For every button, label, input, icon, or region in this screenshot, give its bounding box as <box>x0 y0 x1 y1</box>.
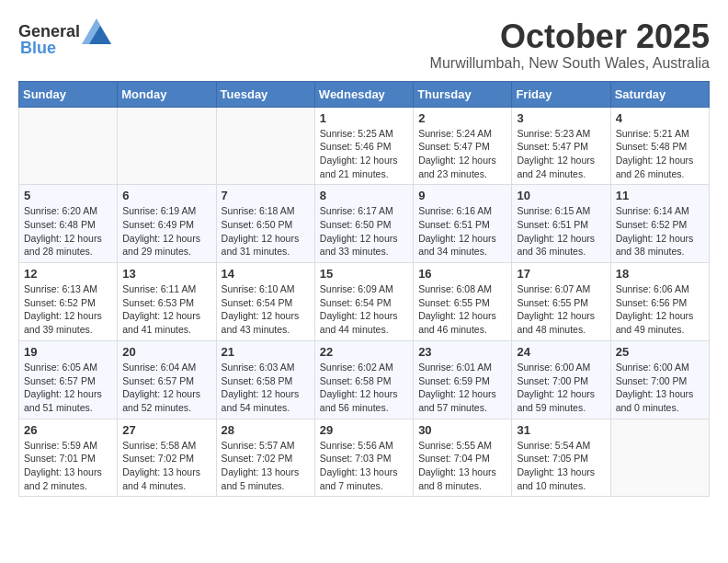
week-row-3: 12Sunrise: 6:13 AM Sunset: 6:52 PM Dayli… <box>19 263 710 341</box>
calendar-cell: 18Sunrise: 6:06 AM Sunset: 6:56 PM Dayli… <box>610 263 709 341</box>
day-info: Sunrise: 6:18 AM Sunset: 6:50 PM Dayligh… <box>222 204 310 259</box>
day-number: 9 <box>418 189 506 202</box>
day-number: 4 <box>616 111 704 125</box>
week-row-2: 5Sunrise: 6:20 AM Sunset: 6:48 PM Daylig… <box>19 185 710 263</box>
calendar-cell: 14Sunrise: 6:10 AM Sunset: 6:54 PM Dayli… <box>216 263 314 341</box>
calendar-cell: 19Sunrise: 6:05 AM Sunset: 6:57 PM Dayli… <box>19 340 118 419</box>
calendar-cell: 9Sunrise: 6:16 AM Sunset: 6:51 PM Daylig… <box>414 185 512 263</box>
calendar-cell: 8Sunrise: 6:17 AM Sunset: 6:50 PM Daylig… <box>314 185 413 263</box>
day-info: Sunrise: 5:55 AM Sunset: 7:04 PM Dayligh… <box>418 439 506 493</box>
day-number: 19 <box>24 345 112 359</box>
day-number: 25 <box>616 345 704 359</box>
day-number: 22 <box>320 345 408 359</box>
day-info: Sunrise: 6:14 AM Sunset: 6:52 PM Dayligh… <box>616 204 704 259</box>
calendar-cell: 26Sunrise: 5:59 AM Sunset: 7:01 PM Dayli… <box>19 419 118 497</box>
day-info: Sunrise: 6:03 AM Sunset: 6:58 PM Dayligh… <box>222 361 310 415</box>
calendar-cell <box>118 107 216 185</box>
calendar-cell: 27Sunrise: 5:58 AM Sunset: 7:02 PM Dayli… <box>118 419 216 497</box>
day-number: 5 <box>24 189 112 202</box>
day-number: 17 <box>517 267 605 281</box>
day-info: Sunrise: 6:16 AM Sunset: 6:51 PM Dayligh… <box>418 204 506 259</box>
day-info: Sunrise: 6:10 AM Sunset: 6:54 PM Dayligh… <box>222 282 310 337</box>
day-info: Sunrise: 6:04 AM Sunset: 6:57 PM Dayligh… <box>122 361 210 415</box>
month-title: October 2025 <box>430 18 710 55</box>
day-info: Sunrise: 6:11 AM Sunset: 6:53 PM Dayligh… <box>122 282 210 337</box>
day-number: 28 <box>222 423 310 437</box>
calendar-cell: 12Sunrise: 6:13 AM Sunset: 6:52 PM Dayli… <box>19 263 118 341</box>
day-number: 29 <box>320 423 408 437</box>
weekday-header-tuesday: Tuesday <box>216 81 314 107</box>
calendar-cell: 11Sunrise: 6:14 AM Sunset: 6:52 PM Dayli… <box>610 185 709 263</box>
calendar-cell: 24Sunrise: 6:00 AM Sunset: 7:00 PM Dayli… <box>512 340 610 419</box>
day-number: 24 <box>517 345 605 359</box>
calendar-cell <box>216 107 314 185</box>
day-info: Sunrise: 5:21 AM Sunset: 5:48 PM Dayligh… <box>616 127 704 181</box>
day-number: 18 <box>616 267 704 281</box>
calendar-cell: 2Sunrise: 5:24 AM Sunset: 5:47 PM Daylig… <box>414 107 512 185</box>
day-number: 26 <box>24 423 112 437</box>
weekday-header-friday: Friday <box>512 81 610 107</box>
day-number: 13 <box>122 267 210 281</box>
day-info: Sunrise: 6:02 AM Sunset: 6:58 PM Dayligh… <box>320 361 408 415</box>
day-info: Sunrise: 6:08 AM Sunset: 6:55 PM Dayligh… <box>418 282 506 337</box>
calendar-cell: 3Sunrise: 5:23 AM Sunset: 5:47 PM Daylig… <box>512 107 610 185</box>
day-number: 21 <box>222 345 310 359</box>
week-row-4: 19Sunrise: 6:05 AM Sunset: 6:57 PM Dayli… <box>19 340 710 419</box>
calendar-cell: 21Sunrise: 6:03 AM Sunset: 6:58 PM Dayli… <box>216 340 314 419</box>
calendar-cell: 7Sunrise: 6:18 AM Sunset: 6:50 PM Daylig… <box>216 185 314 263</box>
day-number: 16 <box>418 267 506 281</box>
location-title: Murwillumbah, New South Wales, Australia <box>430 55 710 72</box>
weekday-header-sunday: Sunday <box>19 81 118 107</box>
day-number: 11 <box>616 189 704 202</box>
day-number: 3 <box>517 111 605 125</box>
day-info: Sunrise: 6:06 AM Sunset: 6:56 PM Dayligh… <box>616 282 704 337</box>
weekday-header-saturday: Saturday <box>610 81 709 107</box>
day-info: Sunrise: 5:58 AM Sunset: 7:02 PM Dayligh… <box>122 439 210 493</box>
day-number: 1 <box>320 111 408 125</box>
day-number: 8 <box>320 189 408 202</box>
day-number: 27 <box>122 423 210 437</box>
calendar-cell: 25Sunrise: 6:00 AM Sunset: 7:00 PM Dayli… <box>610 340 709 419</box>
day-info: Sunrise: 6:19 AM Sunset: 6:49 PM Dayligh… <box>122 204 210 259</box>
day-info: Sunrise: 5:25 AM Sunset: 5:46 PM Dayligh… <box>320 127 408 181</box>
calendar-cell: 23Sunrise: 6:01 AM Sunset: 6:59 PM Dayli… <box>414 340 512 419</box>
day-number: 10 <box>517 189 605 202</box>
calendar-cell: 28Sunrise: 5:57 AM Sunset: 7:02 PM Dayli… <box>216 419 314 497</box>
week-row-1: 1Sunrise: 5:25 AM Sunset: 5:46 PM Daylig… <box>19 107 710 185</box>
calendar-cell <box>19 107 118 185</box>
day-number: 15 <box>320 267 408 281</box>
calendar-cell <box>610 419 709 497</box>
day-info: Sunrise: 6:13 AM Sunset: 6:52 PM Dayligh… <box>24 282 112 337</box>
week-row-5: 26Sunrise: 5:59 AM Sunset: 7:01 PM Dayli… <box>19 419 710 497</box>
calendar-cell: 10Sunrise: 6:15 AM Sunset: 6:51 PM Dayli… <box>512 185 610 263</box>
weekday-header-wednesday: Wednesday <box>314 81 413 107</box>
weekday-header-monday: Monday <box>118 81 216 107</box>
title-section: October 2025 Murwillumbah, New South Wal… <box>430 18 710 72</box>
day-info: Sunrise: 6:20 AM Sunset: 6:48 PM Dayligh… <box>24 204 112 259</box>
calendar-cell: 16Sunrise: 6:08 AM Sunset: 6:55 PM Dayli… <box>414 263 512 341</box>
calendar-cell: 5Sunrise: 6:20 AM Sunset: 6:48 PM Daylig… <box>19 185 118 263</box>
calendar-cell: 31Sunrise: 5:54 AM Sunset: 7:05 PM Dayli… <box>512 419 610 497</box>
day-number: 7 <box>222 189 310 202</box>
day-info: Sunrise: 5:24 AM Sunset: 5:47 PM Dayligh… <box>418 127 506 181</box>
day-info: Sunrise: 5:59 AM Sunset: 7:01 PM Dayligh… <box>24 439 112 493</box>
calendar-cell: 15Sunrise: 6:09 AM Sunset: 6:54 PM Dayli… <box>314 263 413 341</box>
day-info: Sunrise: 6:05 AM Sunset: 6:57 PM Dayligh… <box>24 361 112 415</box>
day-number: 6 <box>122 189 210 202</box>
day-info: Sunrise: 6:15 AM Sunset: 6:51 PM Dayligh… <box>517 204 605 259</box>
day-info: Sunrise: 6:00 AM Sunset: 7:00 PM Dayligh… <box>517 361 605 415</box>
day-info: Sunrise: 5:23 AM Sunset: 5:47 PM Dayligh… <box>517 127 605 181</box>
weekday-header-row: SundayMondayTuesdayWednesdayThursdayFrid… <box>19 81 710 107</box>
calendar-cell: 13Sunrise: 6:11 AM Sunset: 6:53 PM Dayli… <box>118 263 216 341</box>
day-number: 30 <box>418 423 506 437</box>
page-header: General Blue October 2025 Murwillumbah, … <box>18 18 710 72</box>
day-info: Sunrise: 5:57 AM Sunset: 7:02 PM Dayligh… <box>222 439 310 493</box>
calendar-cell: 17Sunrise: 6:07 AM Sunset: 6:55 PM Dayli… <box>512 263 610 341</box>
day-info: Sunrise: 6:09 AM Sunset: 6:54 PM Dayligh… <box>320 282 408 337</box>
day-number: 12 <box>24 267 112 281</box>
day-info: Sunrise: 6:17 AM Sunset: 6:50 PM Dayligh… <box>320 204 408 259</box>
day-info: Sunrise: 5:56 AM Sunset: 7:03 PM Dayligh… <box>320 439 408 493</box>
calendar-cell: 29Sunrise: 5:56 AM Sunset: 7:03 PM Dayli… <box>314 419 413 497</box>
calendar-cell: 1Sunrise: 5:25 AM Sunset: 5:46 PM Daylig… <box>314 107 413 185</box>
day-info: Sunrise: 6:00 AM Sunset: 7:00 PM Dayligh… <box>616 361 704 415</box>
